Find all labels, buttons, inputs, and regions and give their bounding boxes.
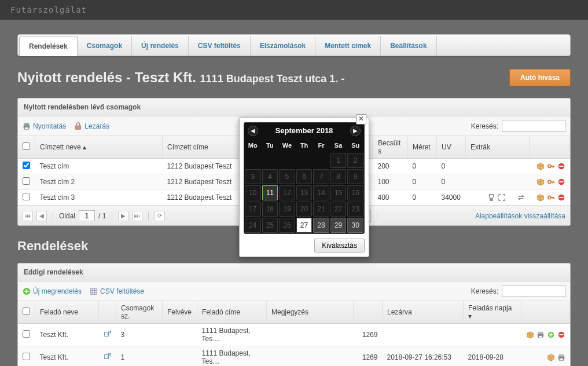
- select-date-button[interactable]: Kiválasztás: [314, 239, 365, 252]
- datepicker-title: September 2018: [275, 126, 333, 135]
- day-cell[interactable]: 29: [330, 218, 347, 233]
- datepicker-dialog: ✕ ◀ September 2018 ▶ MoTuWeThFrSaSu 1234…: [239, 118, 369, 257]
- dow-header: Fr: [313, 138, 330, 152]
- dow-header: We: [278, 138, 296, 152]
- day-cell[interactable]: 9: [347, 169, 363, 184]
- dow-header: Mo: [244, 138, 262, 152]
- modal-overlay: ✕ ◀ September 2018 ▶ MoTuWeThFrSaSu 1234…: [0, 0, 588, 366]
- day-cell[interactable]: 21: [313, 202, 329, 217]
- day-cell[interactable]: 17: [245, 202, 261, 217]
- day-cell[interactable]: 7: [313, 169, 329, 184]
- day-cell[interactable]: 12: [279, 185, 295, 200]
- day-cell[interactable]: 4: [262, 169, 278, 184]
- day-cell[interactable]: 15: [330, 185, 347, 200]
- day-cell[interactable]: 8: [330, 169, 347, 184]
- day-cell[interactable]: 23: [347, 202, 363, 217]
- calendar-grid: MoTuWeThFrSaSu 1234567891011121314151617…: [244, 138, 364, 233]
- day-cell[interactable]: 25: [262, 218, 278, 233]
- day-cell[interactable]: 1: [330, 153, 347, 168]
- day-cell[interactable]: 13: [296, 185, 313, 200]
- day-cell[interactable]: 30: [347, 218, 363, 233]
- day-cell[interactable]: 10: [245, 185, 261, 200]
- day-cell[interactable]: 5: [279, 169, 295, 184]
- day-cell[interactable]: 3: [245, 169, 261, 184]
- day-cell[interactable]: 27: [296, 218, 313, 233]
- day-cell[interactable]: 20: [296, 202, 313, 217]
- day-cell[interactable]: 18: [262, 202, 278, 217]
- day-cell[interactable]: 16: [347, 185, 363, 200]
- day-cell[interactable]: 19: [279, 202, 295, 217]
- day-cell[interactable]: 14: [313, 185, 329, 200]
- day-cell[interactable]: 11: [262, 185, 278, 200]
- day-cell[interactable]: 24: [245, 218, 261, 233]
- day-cell[interactable]: 26: [279, 218, 295, 233]
- day-cell[interactable]: 28: [313, 218, 329, 233]
- day-cell[interactable]: 22: [330, 202, 347, 217]
- next-month-button[interactable]: ▶: [350, 126, 361, 136]
- day-cell[interactable]: 2: [347, 153, 363, 168]
- dow-header: Su: [347, 138, 364, 152]
- day-cell[interactable]: 6: [296, 169, 313, 184]
- prev-month-button[interactable]: ◀: [248, 126, 258, 136]
- dow-header: Th: [296, 138, 313, 152]
- dow-header: Sa: [330, 138, 347, 152]
- dow-header: Tu: [262, 138, 279, 152]
